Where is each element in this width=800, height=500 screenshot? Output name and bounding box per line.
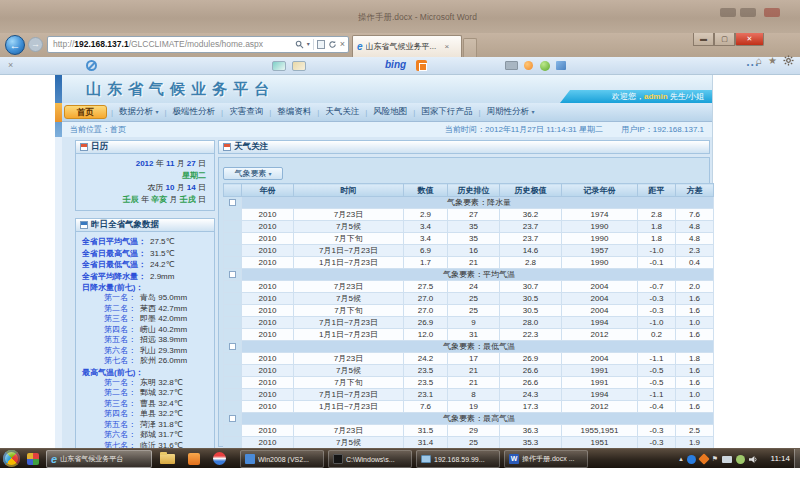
nav-item-1[interactable]: 数据分析 ▾ — [113, 106, 164, 118]
nav-item-2[interactable]: 极端性分析 — [167, 106, 222, 118]
table-row[interactable]: 20107月5候23.52126.61991-0.51.6 — [224, 365, 714, 377]
group-checkbox[interactable] — [229, 343, 236, 350]
column-header-6[interactable]: 距平 — [638, 184, 676, 197]
table-row[interactable]: 20107月5候27.02530.52004-0.31.6 — [224, 293, 714, 305]
table-row[interactable]: 20107月23日2.92736.219742.87.6 — [224, 209, 714, 221]
nav-item-0[interactable]: 首页 — [64, 105, 107, 119]
tab-close-icon[interactable]: × — [445, 42, 450, 51]
welcome-prefix: 欢迎您， — [612, 92, 644, 101]
toolbar-close-icon[interactable]: × — [8, 60, 13, 70]
ie-icon: e — [51, 453, 57, 465]
close-button[interactable]: ✕ — [735, 33, 764, 46]
tray-expand-icon[interactable]: ▴ — [679, 455, 683, 463]
browser-tab[interactable]: e 山东省气候业务平... × — [352, 35, 462, 57]
table-row[interactable]: 20101月1日~7月23日1.7212.81990-0.10.4 — [224, 257, 714, 269]
yesterday-body: 全省日平均气温：27.5℃全省日最高气温：31.5℃全省日最低气温：24.2℃全… — [75, 232, 215, 448]
address-bar[interactable]: http://192.168.137.1/GLCCLIMATE/modules/… — [47, 36, 349, 53]
bing-logo[interactable]: bing — [385, 59, 406, 70]
group-row[interactable]: 气象要素：最低气温 — [224, 341, 714, 353]
browser-addon-toolbar: × bing ••• — [0, 57, 800, 75]
maximize-button[interactable]: ▢ — [714, 33, 735, 46]
messenger-tray-icon[interactable] — [687, 455, 696, 464]
table-row[interactable]: 20107月下旬27.02530.52004-0.31.6 — [224, 305, 714, 317]
home-icon[interactable]: ⌂ — [756, 55, 762, 66]
group-checkbox[interactable] — [229, 199, 236, 206]
action-center-flag-icon[interactable]: ⚑ — [712, 455, 718, 463]
start-button[interactable] — [3, 450, 20, 467]
nav-item-8[interactable]: 周期性分析 ▾ — [481, 106, 541, 118]
table-row[interactable]: 20107月23日31.52936.31955,1951-0.32.5 — [224, 425, 714, 437]
table-row[interactable]: 20107月1日~7月23日26.9928.01994-1.01.0 — [224, 317, 714, 329]
table-row[interactable]: 20107月5候31.42535.31951-0.31.9 — [224, 437, 714, 449]
nav-item-5[interactable]: 天气关注 — [319, 106, 365, 118]
nav-item-3[interactable]: 灾害查询 — [223, 106, 269, 118]
table-row[interactable]: 20107月1日~7月23日23.1824.31994-1.11.0 — [224, 389, 714, 401]
table-row[interactable]: 20107月1日~7月23日6.91614.61957-1.02.3 — [224, 245, 714, 257]
ranking-row: 第一名：青岛 95.0mm — [82, 293, 214, 304]
group-checkbox[interactable] — [229, 415, 236, 422]
ranking-row: 第六名：郯城 31.7℃ — [82, 430, 214, 441]
photo-card-icon[interactable] — [292, 61, 306, 71]
status-bar: 当前位置：首页 当前时间：2012年11月27日 11:14:31 星期二 用户… — [62, 122, 712, 137]
search-dropdown-icon[interactable]: ▾ — [307, 37, 310, 52]
forward-button[interactable]: → — [28, 37, 43, 52]
bing-search-icon[interactable] — [416, 60, 427, 71]
column-header-1[interactable]: 时间 — [294, 184, 404, 197]
group-row[interactable]: 气象要素：平均气温 — [224, 269, 714, 281]
mail-card-icon[interactable] — [272, 61, 286, 71]
taskbar-window-1[interactable]: C:\Windows\s... — [328, 450, 412, 468]
pinned-app-icon[interactable] — [27, 453, 39, 465]
column-header-2[interactable]: 数值 — [404, 184, 448, 197]
favorites-star-icon[interactable]: ★ — [768, 55, 777, 66]
table-row[interactable]: 20107月5候3.43523.719901.84.8 — [224, 221, 714, 233]
nav-item-7[interactable]: 国家下行产品 — [415, 106, 478, 118]
table-row[interactable]: 20101月1日~7月23日12.03122.320120.21.6 — [224, 329, 714, 341]
tools-gear-icon[interactable] — [783, 55, 794, 66]
element-filter-button[interactable]: 气象要素 ▾ — [223, 167, 283, 180]
apps-icon[interactable] — [556, 61, 566, 70]
taskbar-clock[interactable]: 11:14 — [771, 449, 790, 469]
back-button[interactable]: ← — [5, 35, 25, 55]
table-row[interactable]: 20107月23日27.52430.72004-0.72.0 — [224, 281, 714, 293]
explorer-icon[interactable] — [160, 454, 175, 464]
group-checkbox[interactable] — [229, 271, 236, 278]
taskbar-window-0[interactable]: Win2008 (VS2... — [240, 450, 324, 468]
taskbar-ie-window[interactable]: e 山东省气候业务平台 — [46, 450, 152, 468]
table-row[interactable]: 20101月1日~7月23日7.61917.32012-0.41.6 — [224, 401, 714, 413]
column-header-3[interactable]: 历史排位 — [448, 184, 500, 197]
column-header-5[interactable]: 记录年份 — [562, 184, 638, 197]
ranking-row: 第二名：鄄城 32.7℃ — [82, 388, 214, 399]
nav-item-4[interactable]: 整编资料 — [271, 106, 317, 118]
group-row[interactable]: 气象要素：降水量 — [224, 197, 714, 209]
calendar-panel-header: 日历 — [75, 140, 215, 154]
group-row[interactable]: 气象要素：最高气温 — [224, 413, 714, 425]
chevron-down-icon: ▾ — [531, 109, 534, 115]
globe-icon[interactable] — [540, 61, 550, 71]
search-icon[interactable] — [295, 40, 304, 49]
table-row[interactable]: 20107月23日24.21726.92004-1.11.8 — [224, 353, 714, 365]
rdp-icon — [421, 455, 431, 463]
update-tray-icon[interactable] — [736, 455, 745, 464]
column-header-4[interactable]: 历史极值 — [500, 184, 562, 197]
camera-icon[interactable] — [505, 61, 518, 70]
table-row[interactable]: 20107月下旬3.43523.719901.84.8 — [224, 233, 714, 245]
blocked-icon[interactable] — [86, 60, 97, 71]
stop-icon[interactable]: × — [340, 37, 345, 52]
round-app-icon[interactable] — [213, 452, 226, 465]
signal-icon[interactable] — [524, 61, 533, 70]
volume-icon[interactable] — [749, 455, 758, 464]
column-header-7[interactable]: 方差 — [676, 184, 714, 197]
taskbar-window-2[interactable]: 192.168.59.99... — [416, 450, 500, 468]
orange-app-icon[interactable] — [188, 453, 200, 465]
nav-item-6[interactable]: 风险地图 — [367, 106, 413, 118]
show-desktop-button[interactable] — [794, 449, 800, 469]
fox-tray-icon[interactable] — [698, 453, 709, 464]
compatibility-view-icon[interactable] — [317, 40, 325, 49]
column-header-0[interactable]: 年份 — [242, 184, 294, 197]
new-tab-button[interactable] — [463, 38, 477, 57]
table-row[interactable]: 20107月下旬23.52126.61991-0.51.6 — [224, 377, 714, 389]
minimize-button[interactable]: ▬ — [693, 33, 714, 46]
taskbar-window-3[interactable]: W操作手册.docx ... — [504, 450, 588, 468]
network-tray-icon[interactable] — [722, 456, 732, 463]
refresh-icon[interactable] — [328, 40, 337, 49]
